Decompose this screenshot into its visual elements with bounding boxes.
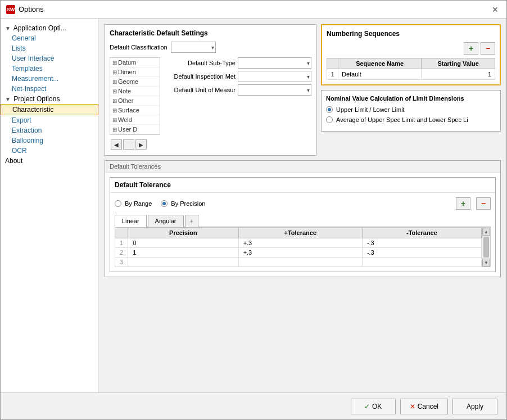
sidebar-item-about[interactable]: About [1,156,98,166]
add-sequence-btn[interactable]: + [464,42,478,55]
tol-col-num [115,228,128,238]
sidebar-item-lists[interactable]: Lists [1,43,98,53]
tree-note[interactable]: ⊞Note [110,87,160,96]
by-precision-option: By Precision [161,200,205,207]
sidebar-item-app-options[interactable]: ▼ Application Opti... [1,23,98,33]
ok-icon: ✓ [364,403,370,410]
sequence-table: Sequence Name Starting Value 1 Default 1 [327,58,495,80]
remove-sequence-btn[interactable]: − [481,42,495,55]
radio-upper-lower[interactable] [326,106,333,113]
remove-tolerance-btn[interactable]: − [476,197,491,210]
tol-row3-plus[interactable] [238,258,362,267]
nav-left-btn[interactable]: ◀ [111,139,122,150]
tab-add[interactable]: + [185,215,198,227]
scroll-down-btn[interactable]: ▼ [482,259,490,267]
apply-button[interactable]: Apply [452,399,497,414]
close-button[interactable]: ✕ [490,4,501,15]
scrollbar[interactable]: ▲ ▼ [482,227,491,267]
radio-upper-lower-label: Upper Limit / Lower Limit [336,106,405,113]
scroll-up-btn[interactable]: ▲ [482,228,490,236]
unit-label: Default Unit of Measur [162,87,236,93]
by-precision-label: By Precision [171,200,205,207]
tol-row3-minus[interactable] [362,258,481,267]
sidebar-item-ballooning[interactable]: Ballooning [1,136,98,146]
subtype-row: Default Sub-Type [162,57,311,69]
tol-header-row: Precision +Tolerance -Tolerance [115,228,482,238]
sidebar-item-templates[interactable]: Templates [1,64,98,74]
numbering-panel: Numbering Sequences + − Sequence Name St… [321,24,501,85]
radio-average-label: Average of Upper Spec Limit and Lower Sp… [336,116,468,123]
nav-mid-btn[interactable] [123,139,134,150]
char-content: ⊞Datum ⊞Dimen ⊞Geome ⊞Note [110,57,311,151]
radio-average[interactable] [326,116,333,123]
tol-row2-plus[interactable]: +.3 [238,248,362,258]
tree-datum[interactable]: ⊞Datum [110,58,160,67]
ok-button[interactable]: ✓ OK [351,399,396,414]
char-defaults-panel: Characteristic Default Settings Default … [105,24,316,156]
apply-label: Apply [467,403,483,410]
tab-bar: Linear Angular + [115,214,491,227]
table-row: 1 0 +.3 -.3 [115,238,482,248]
sidebar-item-net-inspect[interactable]: Net-Inspect [1,84,98,94]
nav-right-btn[interactable]: ▶ [135,139,147,150]
radio-by-range[interactable] [115,200,121,207]
radio-by-precision[interactable] [161,200,168,207]
tol-row3-precision[interactable] [128,258,239,267]
sidebar-item-export[interactable]: Export [1,115,98,125]
sidebar-item-measurement[interactable]: Measurement... [1,74,98,84]
default-class-select[interactable] [171,42,216,53]
by-range-row: By Range By Precision [115,200,450,207]
tol-row1-plus[interactable]: +.3 [238,238,362,248]
tab-angular[interactable]: Angular [148,215,184,227]
dialog-title: Options [19,5,44,13]
table-row: 3 [115,258,482,267]
sidebar-item-user-interface[interactable]: User Interface [1,53,98,64]
tree-nav: ◀ ▶ [110,138,160,151]
tree-dimen[interactable]: ⊞Dimen [110,67,160,77]
tree-other[interactable]: ⊞Other [110,96,160,106]
ok-label: OK [372,403,382,410]
tree-weld[interactable]: ⊞Weld [110,115,160,125]
scroll-thumb[interactable] [483,237,489,258]
cancel-button[interactable]: ✕ Cancel [400,399,448,414]
by-range-option: By Range [115,200,152,207]
inspection-select[interactable] [238,71,311,82]
inspection-row: Default Inspection Met [162,71,311,82]
subtype-select[interactable] [238,57,311,69]
subtype-label: Default Sub-Type [162,60,236,66]
by-range-label: By Range [125,200,152,207]
tree-userd[interactable]: ⊞User D [110,125,160,134]
nominal-title: Nominal Value Calculation of Limit Dimen… [326,95,496,102]
tol-row1-precision[interactable]: 0 [128,238,239,248]
tree-geome[interactable]: ⊞Geome [110,77,160,87]
sidebar-item-extraction[interactable]: Extraction [1,125,98,136]
tol-row2-precision[interactable]: 1 [128,248,239,258]
sidebar-item-characteristic[interactable]: Characteristic [1,104,98,115]
cancel-icon: ✕ [410,403,415,410]
radio-row-1: Upper Limit / Lower Limit [326,106,496,113]
sidebar-item-ocr[interactable]: OCR [1,146,98,156]
inspection-label: Default Inspection Met [162,73,236,80]
tol-row1-minus[interactable]: -.3 [362,238,481,248]
tree-surface[interactable]: ⊞Surface [110,106,160,115]
add-tolerance-btn[interactable]: + [456,197,470,210]
seq-row-value[interactable]: 1 [422,69,495,80]
seq-row-name[interactable]: Default [338,69,422,80]
title-bar-left: SW Options [6,5,44,14]
dialog-footer: ✓ OK ✕ Cancel Apply [1,392,506,419]
unit-select[interactable] [238,84,311,96]
radio-row-2: Average of Upper Spec Limit and Lower Sp… [326,116,496,123]
tolerances-section: Default Tolerances Default Tolerance By … [105,160,501,277]
tol-data-table: Precision +Tolerance -Tolerance 1 [115,227,482,267]
sidebar-item-general[interactable]: General [1,33,98,43]
sidebar-item-project-options[interactable]: ▼ Project Options [1,94,98,104]
tol-panel-title: Default Tolerance [110,178,495,193]
title-bar: SW Options ✕ [1,1,506,19]
tab-linear[interactable]: Linear [115,215,147,227]
char-tree-area: ⊞Datum ⊞Dimen ⊞Geome ⊞Note [110,57,160,151]
table-row: 1 Default 1 [327,69,495,80]
char-tree-pane: ⊞Datum ⊞Dimen ⊞Geome ⊞Note [110,57,160,135]
seq-row-num: 1 [327,69,338,80]
top-panels: Characteristic Default Settings Default … [105,24,501,156]
tol-row2-minus[interactable]: -.3 [362,248,481,258]
